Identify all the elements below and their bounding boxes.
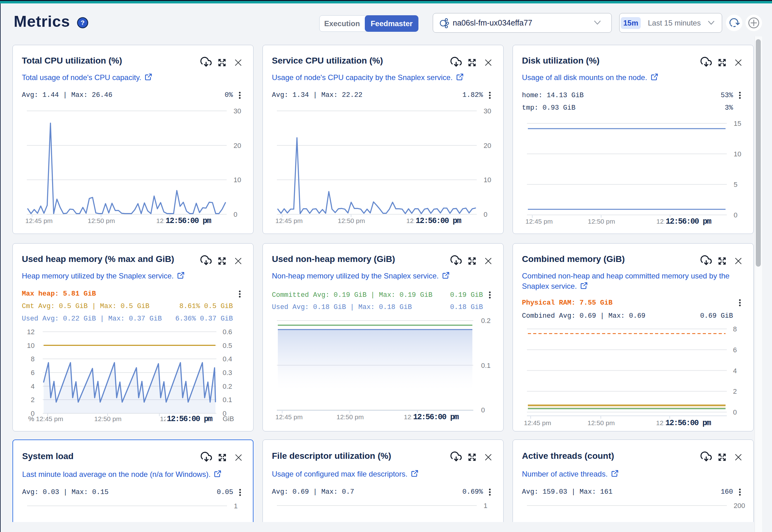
svg-text:30: 30 xyxy=(484,107,491,115)
svg-text:12:45 pm: 12:45 pm xyxy=(36,415,63,422)
svg-text:Used heap memory (% max and Gi: Used heap memory (% max and GiB) xyxy=(22,254,174,264)
svg-text:1.82%: 1.82% xyxy=(462,91,483,99)
svg-text:10: 10 xyxy=(27,342,35,349)
svg-text:12:56:00 pm: 12:56:00 pm xyxy=(165,216,212,226)
svg-text:Number of active threads.: Number of active threads. xyxy=(522,470,608,478)
svg-text:0.1: 0.1 xyxy=(481,362,491,369)
svg-text:Service CPU utilization (%): Service CPU utilization (%) xyxy=(272,56,383,65)
svg-text:0.6: 0.6 xyxy=(223,328,232,336)
svg-text:Active threads (count): Active threads (count) xyxy=(522,451,614,461)
svg-text:4: 4 xyxy=(733,367,737,375)
svg-text:0.69%: 0.69% xyxy=(462,488,483,496)
svg-text:2: 2 xyxy=(733,387,737,395)
svg-text:0.05: 0.05 xyxy=(217,488,233,496)
svg-text:10: 10 xyxy=(484,176,491,184)
svg-text:Last minute load average on th: Last minute load average on the node (n/… xyxy=(22,470,211,478)
svg-text:12:45 pm: 12:45 pm xyxy=(25,217,53,224)
svg-text:Committed Avg: 0.19 GiB | Max:: Committed Avg: 0.19 GiB | Max: 0.19 GiB xyxy=(272,291,432,299)
svg-text:Combined non-heap and heap com: Combined non-heap and heap committed mem… xyxy=(522,272,730,280)
svg-text:0.69 GiB: 0.69 GiB xyxy=(700,312,733,320)
svg-text:Avg: 159.03 | Max: 161: Avg: 159.03 | Max: 161 xyxy=(522,488,612,496)
svg-text:12:56:00 pm: 12:56:00 pm xyxy=(666,217,712,226)
svg-text:tmp: 0.93 GiB: tmp: 0.93 GiB xyxy=(522,104,575,112)
svg-text:Total usage of node's CPU capa: Total usage of node's CPU capacity. xyxy=(22,73,141,82)
svg-text:8: 8 xyxy=(733,325,737,333)
svg-text:0: 0 xyxy=(484,211,487,218)
svg-text:12:50 pm: 12:50 pm xyxy=(336,413,364,420)
svg-text:0.2: 0.2 xyxy=(481,317,491,325)
svg-text:Usage of configured max file d: Usage of configured max file descriptors… xyxy=(272,470,407,478)
svg-text:12:50 pm: 12:50 pm xyxy=(588,218,615,225)
svg-text:3%: 3% xyxy=(725,104,733,112)
svg-text:Used Avg: 0.22 GiB | Max: 0.37: Used Avg: 0.22 GiB | Max: 0.37 GiB xyxy=(22,315,162,323)
svg-text:15: 15 xyxy=(734,120,741,127)
svg-text:12:56:00 pm: 12:56:00 pm xyxy=(167,415,213,424)
svg-text:Snaplex service.: Snaplex service. xyxy=(522,282,577,290)
svg-text:0%: 0% xyxy=(225,91,233,99)
svg-text:Heap memory utilized by the Sn: Heap memory utilized by the Snaplex serv… xyxy=(22,272,174,280)
svg-text:Usage of all disk mounts on th: Usage of all disk mounts on the node. xyxy=(522,73,647,82)
svg-text:20: 20 xyxy=(484,142,491,150)
svg-text:8: 8 xyxy=(31,355,35,363)
svg-text:%: % xyxy=(28,415,34,423)
svg-text:0.4: 0.4 xyxy=(223,355,232,363)
svg-text:12: 12 xyxy=(27,328,35,336)
svg-text:12:50 pm: 12:50 pm xyxy=(338,217,365,224)
svg-text:30: 30 xyxy=(234,107,241,115)
svg-text:4: 4 xyxy=(31,382,35,390)
svg-text:6: 6 xyxy=(733,346,737,354)
svg-text:12:56:00 pm: 12:56:00 pm xyxy=(665,419,711,428)
svg-text:Avg: 1.34 | Max: 22.22: Avg: 1.34 | Max: 22.22 xyxy=(272,91,362,99)
svg-text:8.61% 0.5 GiB: 8.61% 0.5 GiB xyxy=(179,302,233,310)
svg-text:6: 6 xyxy=(31,369,35,377)
svg-text:System load: System load xyxy=(22,451,74,461)
svg-text:1: 1 xyxy=(484,502,487,510)
svg-text:12:45 pm: 12:45 pm xyxy=(275,413,303,420)
svg-text:Combined Avg: 0.69 | Max: 0.69: Combined Avg: 0.69 | Max: 0.69 xyxy=(522,312,646,320)
svg-text:200: 200 xyxy=(734,502,745,510)
svg-text:6.36% 0.37 GiB: 6.36% 0.37 GiB xyxy=(175,315,233,323)
svg-text:Cmt Avg: 0.5 GiB | Max: 0.5 Gi: Cmt Avg: 0.5 GiB | Max: 0.5 GiB xyxy=(22,302,149,310)
svg-text:File descriptor utilization (%: File descriptor utilization (%) xyxy=(272,451,391,461)
svg-text:GiB: GiB xyxy=(223,415,234,423)
svg-text:12:45 pm: 12:45 pm xyxy=(275,217,303,224)
svg-text:12:50 pm: 12:50 pm xyxy=(94,415,121,422)
svg-text:0: 0 xyxy=(733,408,737,416)
svg-text:0.3: 0.3 xyxy=(223,369,232,377)
svg-text:0: 0 xyxy=(481,406,485,414)
svg-text:12:45 pm: 12:45 pm xyxy=(525,218,553,225)
svg-text:0.5: 0.5 xyxy=(223,342,232,349)
svg-text:Non-heap memory utilized by th: Non-heap memory utilized by the Snaplex … xyxy=(272,272,439,280)
svg-text:12:50 pm: 12:50 pm xyxy=(588,419,615,426)
svg-text:10: 10 xyxy=(234,176,241,184)
svg-text:Used Avg: 0.18 GiB | Max: 0.18: Used Avg: 0.18 GiB | Max: 0.18 GiB xyxy=(272,303,412,311)
svg-text:Used non-heap memory (GiB): Used non-heap memory (GiB) xyxy=(272,254,395,264)
svg-text:12:56:00 pm: 12:56:00 pm xyxy=(413,413,459,422)
svg-text:Max heap: 5.81 GiB: Max heap: 5.81 GiB xyxy=(22,290,96,298)
svg-text:home: 14.13 GiB: home: 14.13 GiB xyxy=(522,92,584,99)
svg-text:2: 2 xyxy=(31,396,35,404)
svg-text:5: 5 xyxy=(734,181,737,188)
svg-text:Combined memory (GiB): Combined memory (GiB) xyxy=(522,254,625,264)
svg-text:160: 160 xyxy=(721,488,733,496)
svg-text:0.2: 0.2 xyxy=(223,382,232,390)
svg-text:12:56:00 pm: 12:56:00 pm xyxy=(416,216,461,226)
svg-text:12:45 pm: 12:45 pm xyxy=(524,419,551,426)
svg-text:0.1: 0.1 xyxy=(223,396,232,404)
svg-text:0.18 GiB: 0.18 GiB xyxy=(450,303,483,311)
svg-text:0: 0 xyxy=(734,211,737,219)
svg-text:Avg: 0.69 | Max: 0.7: Avg: 0.69 | Max: 0.7 xyxy=(272,488,354,496)
svg-text:Usage of node's CPU capacity b: Usage of node's CPU capacity by the Snap… xyxy=(272,73,453,82)
svg-text:Physical RAM: 7.55 GiB: Physical RAM: 7.55 GiB xyxy=(522,299,612,307)
svg-text:20: 20 xyxy=(234,142,241,150)
svg-text:0.19 GiB: 0.19 GiB xyxy=(450,291,483,299)
svg-text:1: 1 xyxy=(234,502,238,510)
svg-text:0: 0 xyxy=(234,211,237,218)
svg-text:Avg: 0.03 | Max: 0.15: Avg: 0.03 | Max: 0.15 xyxy=(22,488,108,496)
svg-text:53%: 53% xyxy=(721,92,733,99)
svg-text:10: 10 xyxy=(734,150,741,158)
svg-text:Avg: 1.44 | Max: 26.46: Avg: 1.44 | Max: 26.46 xyxy=(22,91,112,99)
svg-text:Disk utilization (%): Disk utilization (%) xyxy=(522,56,600,65)
svg-text:Total CPU utilization (%): Total CPU utilization (%) xyxy=(22,56,122,65)
svg-text:12:50 pm: 12:50 pm xyxy=(88,217,115,224)
